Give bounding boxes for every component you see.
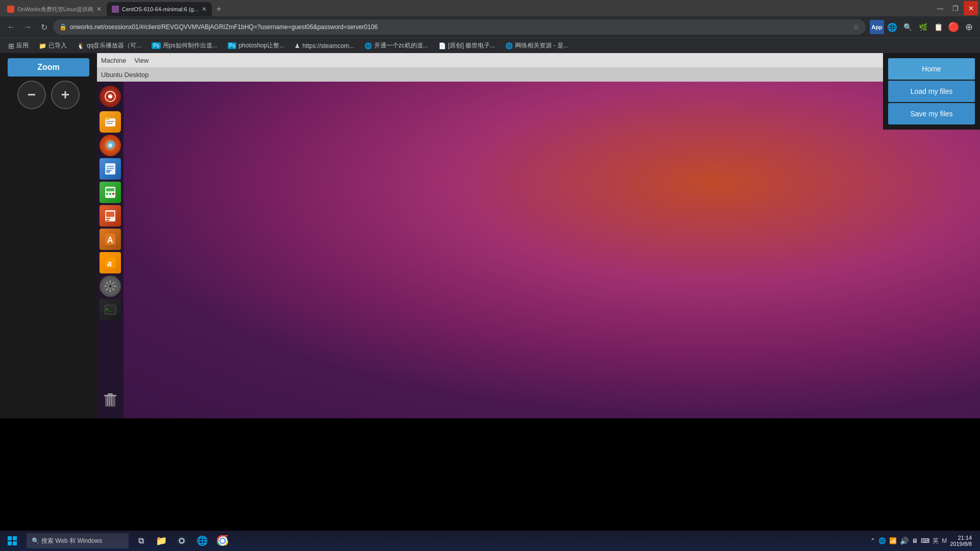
svg-point-38 bbox=[180, 539, 183, 542]
tray-volume-icon[interactable]: 🔊 bbox=[900, 537, 909, 545]
tray-lang-label[interactable]: 英 bbox=[933, 537, 939, 545]
texteditor-icon-inner: A bbox=[100, 229, 121, 250]
tray-m-icon: M bbox=[942, 537, 947, 544]
close-button[interactable]: ✕ bbox=[964, 1, 978, 15]
vm-menu-view[interactable]: View bbox=[134, 57, 149, 64]
ext-icon-5[interactable]: 📋 bbox=[931, 20, 945, 34]
chrome-taskbar-icon[interactable] bbox=[212, 531, 233, 551]
impress-launcher-icon[interactable] bbox=[100, 205, 121, 227]
steam-taskbar-icon[interactable] bbox=[172, 531, 192, 551]
ext-icon-1[interactable]: App bbox=[870, 20, 884, 34]
terminal-launcher-icon[interactable]: >_ bbox=[100, 299, 121, 320]
minimize-button[interactable]: — bbox=[933, 1, 947, 15]
firefox-launcher-icon[interactable] bbox=[100, 135, 121, 156]
bookmark-imported[interactable]: 📁 已导入 bbox=[35, 40, 71, 51]
settings-launcher-icon[interactable] bbox=[100, 276, 121, 297]
zoom-panel: Zoom − + bbox=[0, 53, 97, 418]
save-my-files-button[interactable]: Save my files bbox=[888, 103, 975, 124]
vm-container: Machine View Ubuntu Desktop ⌨ 🖥 🔊 15:14 … bbox=[97, 53, 980, 418]
svg-rect-30 bbox=[104, 395, 116, 396]
svg-rect-26 bbox=[105, 396, 115, 407]
unity-launcher-icon[interactable] bbox=[100, 86, 121, 107]
vm-menu-machine[interactable]: Machine bbox=[101, 57, 126, 64]
browser-titlebar: OnWorks免费托管Linux提供商 ✕ CentOS-610-64-mini… bbox=[0, 0, 980, 16]
bookmark-star-icon[interactable]: ☆ bbox=[853, 23, 860, 31]
tab1-close[interactable]: ✕ bbox=[96, 6, 102, 13]
amazon-launcher-icon[interactable]: a bbox=[100, 252, 121, 273]
maximize-button[interactable]: ❐ bbox=[948, 1, 963, 15]
svg-rect-12 bbox=[112, 193, 114, 195]
bookmark-steam[interactable]: ♟ https://steamcom... bbox=[290, 41, 358, 51]
window-controls: — ❐ ✕ bbox=[933, 1, 978, 15]
bookmark-imported-label: 已导入 bbox=[48, 41, 67, 50]
tab1-title: OnWorks免费托管Linux提供商 bbox=[17, 6, 93, 13]
bookmark-original-label: [原创] 极世电子... bbox=[448, 41, 495, 50]
zoom-out-button[interactable]: − bbox=[17, 81, 46, 109]
ie-taskbar-icon[interactable]: 🌐 bbox=[192, 531, 212, 551]
taskbar-clock[interactable]: 21:14 2019/8/8 bbox=[950, 535, 976, 547]
browser-tab-2[interactable]: CentOS-610-64-minimal:6 (g... ✕ bbox=[107, 2, 212, 16]
svg-rect-14 bbox=[106, 212, 114, 217]
steam-svg-icon bbox=[176, 535, 187, 546]
writer-launcher-icon[interactable]: W bbox=[100, 158, 121, 180]
address-bar[interactable]: 🔒 onworks.net/osessionx01/#/client/REVGQ… bbox=[53, 19, 866, 35]
tab2-close[interactable]: ✕ bbox=[202, 6, 207, 13]
tab-bar: OnWorks免费托管Linux提供商 ✕ CentOS-610-64-mini… bbox=[2, 0, 931, 16]
bookmark-zc[interactable]: 🌐 开通一个zc机的道... bbox=[360, 40, 432, 51]
browser-toolbar: ← → ↻ 🔒 onworks.net/osessionx01/#/client… bbox=[0, 16, 980, 38]
bookmark-network[interactable]: 🌐 网络相关资源 - 是... bbox=[501, 40, 573, 51]
svg-text:a: a bbox=[107, 259, 112, 268]
svg-point-23 bbox=[109, 285, 112, 288]
clock-date: 2019/8/8 bbox=[950, 541, 972, 547]
writer-icon-inner: W bbox=[100, 158, 121, 180]
ext-icon-7[interactable]: ⊕ bbox=[962, 20, 976, 34]
amazon-svg: a bbox=[104, 256, 117, 269]
svg-rect-35 bbox=[13, 541, 17, 545]
calc-launcher-icon[interactable] bbox=[100, 182, 121, 203]
ext-icon-6[interactable]: 🔴 bbox=[946, 20, 961, 34]
tray-keyboard-icon[interactable]: ⌨ bbox=[921, 537, 929, 544]
start-button[interactable] bbox=[0, 531, 24, 551]
lock-icon: 🔒 bbox=[59, 23, 67, 31]
home-button[interactable]: Home bbox=[888, 58, 975, 80]
load-my-files-button[interactable]: Load my files bbox=[888, 81, 975, 102]
ubuntu-desktop[interactable]: W bbox=[97, 82, 980, 418]
chrome-svg-icon bbox=[217, 535, 228, 546]
bookmark-ps[interactable]: Ps 用ps如何制作出道... bbox=[148, 40, 221, 51]
tray-up-icon[interactable]: ⌃ bbox=[870, 537, 875, 544]
task-view-button[interactable]: ⧉ bbox=[131, 531, 151, 551]
steam-icon: ♟ bbox=[295, 42, 300, 49]
trash-icon-inner bbox=[100, 389, 121, 410]
svg-point-5 bbox=[108, 143, 112, 147]
windows-search-bar[interactable]: 🔍 搜索 Web 和 Windows bbox=[27, 533, 129, 548]
forward-button[interactable]: → bbox=[20, 20, 35, 34]
network-icon: 🌐 bbox=[505, 42, 513, 49]
ext-icon-3[interactable]: 🔍 bbox=[900, 20, 915, 34]
ext-icon-2[interactable]: 🌐 bbox=[885, 20, 899, 34]
tray-network2-icon[interactable]: 📶 bbox=[889, 537, 897, 544]
bookmark-qq[interactable]: 🐧 qq音乐播放器（可... bbox=[73, 40, 145, 51]
folder-icon: 📁 bbox=[39, 42, 46, 49]
svg-text:W: W bbox=[106, 169, 110, 174]
trash-launcher-icon[interactable] bbox=[100, 389, 121, 410]
ps-icon: Ps bbox=[152, 42, 161, 49]
unity-svg bbox=[104, 90, 116, 103]
impress-svg bbox=[104, 209, 117, 222]
bookmark-original[interactable]: 📄 [原创] 极世电子... bbox=[434, 40, 499, 51]
svg-rect-34 bbox=[8, 541, 12, 545]
browser-tab-1[interactable]: OnWorks免费托管Linux提供商 ✕ bbox=[2, 2, 107, 16]
texteditor-launcher-icon[interactable]: A bbox=[100, 229, 121, 250]
reload-button[interactable]: ↻ bbox=[37, 20, 51, 34]
tray-display-icon[interactable]: 🖥 bbox=[912, 537, 918, 544]
files-launcher-icon[interactable] bbox=[100, 111, 121, 133]
bookmark-apps[interactable]: ⊞ 应用 bbox=[4, 40, 33, 51]
zoom-in-button[interactable]: + bbox=[51, 81, 80, 109]
browser-extensions: App 🌐 🔍 🌿 📋 🔴 ⊕ bbox=[870, 20, 976, 34]
back-button[interactable]: ← bbox=[4, 20, 18, 34]
tray-network-icon[interactable]: 🌐 bbox=[878, 537, 886, 544]
bookmark-photoshop[interactable]: Ps photoshop让整... bbox=[224, 40, 289, 51]
new-tab-button[interactable]: + bbox=[212, 2, 226, 16]
svg-rect-29 bbox=[111, 396, 112, 406]
ext-icon-4[interactable]: 🌿 bbox=[916, 20, 930, 34]
file-explorer-taskbar-icon[interactable]: 📁 bbox=[151, 531, 172, 551]
